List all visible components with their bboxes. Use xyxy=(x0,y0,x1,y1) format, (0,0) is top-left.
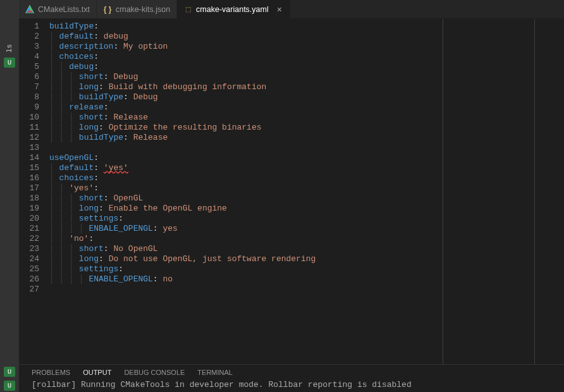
panel-tab-debug-console[interactable]: DEBUG CONSOLE xyxy=(124,369,185,376)
line-number: 22 xyxy=(19,234,49,244)
line-number: 7 xyxy=(19,82,49,92)
line-number: 24 xyxy=(19,254,49,264)
code-line[interactable]: │ choices: xyxy=(49,173,564,183)
code-line[interactable]: │ choices: xyxy=(49,52,564,62)
modified-indicator[interactable]: U xyxy=(4,58,15,68)
line-number: 5 xyxy=(19,62,49,72)
line-number: 2 xyxy=(19,32,49,42)
code-content[interactable]: buildType:│ default: debug│ description:… xyxy=(49,19,564,364)
panel-tab-terminal[interactable]: TERMINAL xyxy=(197,369,233,376)
code-line[interactable]: │ default: debug xyxy=(49,32,564,42)
bottom-panel: PROBLEMSOUTPUTDEBUG CONSOLETERMINAL [rol… xyxy=(19,364,564,392)
cmake-triangle-icon xyxy=(25,5,34,14)
tab-label: cmake-variants.yaml xyxy=(196,5,269,14)
line-number: 15 xyxy=(19,163,49,173)
code-line[interactable]: │ │ │ short: Debug xyxy=(49,72,564,82)
panel-tabs: PROBLEMSOUTPUTDEBUG CONSOLETERMINAL xyxy=(19,365,564,379)
line-number: 21 xyxy=(19,224,49,234)
tab-label: cmake-kits.json xyxy=(116,5,170,14)
code-line[interactable]: useOpenGL: xyxy=(49,153,564,163)
code-line[interactable]: │ │ │ │ ENBALE_OPENGL: yes xyxy=(49,224,564,234)
line-number: 1 xyxy=(19,21,49,32)
code-line[interactable]: │ │ │ │ ENABLE_OPENGL: no xyxy=(49,274,564,285)
line-number: 17 xyxy=(19,183,49,193)
code-line[interactable]: │ │ 'no': xyxy=(49,234,564,244)
line-number: 19 xyxy=(19,204,49,214)
tab-label: CMakeLists.txt xyxy=(38,5,90,14)
line-number: 8 xyxy=(19,92,49,102)
close-icon[interactable]: × xyxy=(275,5,284,14)
modified-indicator[interactable]: U xyxy=(4,381,15,391)
code-line[interactable]: │ default: 'yes' xyxy=(49,163,564,173)
line-number: 18 xyxy=(19,193,49,204)
sidebar-truncated-label: ls xyxy=(6,44,13,52)
code-line[interactable] xyxy=(49,285,564,295)
line-number: 6 xyxy=(19,72,49,82)
code-line[interactable]: │ │ │ long: Optimize the resulting binar… xyxy=(49,123,564,133)
line-number: 13 xyxy=(19,143,49,153)
code-line[interactable]: │ │ │ settings: xyxy=(49,214,564,224)
yaml-icon: ⬚ xyxy=(183,5,192,14)
line-number: 4 xyxy=(19,52,49,62)
line-number: 3 xyxy=(19,42,49,52)
code-line[interactable] xyxy=(49,143,564,153)
code-line[interactable]: │ │ │ short: OpenGL xyxy=(49,193,564,204)
editor-area[interactable]: 1234567891011121314151617181920212223242… xyxy=(19,19,564,364)
editor-tab[interactable]: ⬚cmake-variants.yaml× xyxy=(177,0,291,18)
code-line[interactable]: │ │ │ long: Do not use OpenGL, just soft… xyxy=(49,254,564,264)
line-number: 14 xyxy=(19,153,49,163)
modified-indicator[interactable]: U xyxy=(4,367,15,377)
line-number: 10 xyxy=(19,113,49,123)
json-braces-icon: { } xyxy=(103,5,112,14)
code-line[interactable]: buildType: xyxy=(49,21,564,32)
line-number: 11 xyxy=(19,123,49,133)
line-number-gutter: 1234567891011121314151617181920212223242… xyxy=(19,19,49,364)
code-line[interactable]: │ │ │ buildType: Debug xyxy=(49,92,564,102)
code-line[interactable]: │ │ │ settings: xyxy=(49,264,564,274)
editor-tab[interactable]: { }cmake-kits.json xyxy=(97,0,177,18)
line-number: 25 xyxy=(19,264,49,274)
output-content[interactable]: [rollbar] Running CMakeTools in develope… xyxy=(19,379,564,392)
code-line[interactable]: │ │ │ short: No OpenGL xyxy=(49,244,564,254)
code-line[interactable]: │ │ │ long: Build with debugging informa… xyxy=(49,82,564,92)
activity-bar: ls U U U xyxy=(0,0,19,392)
panel-tab-problems[interactable]: PROBLEMS xyxy=(32,369,70,376)
line-number: 23 xyxy=(19,244,49,254)
code-line[interactable]: │ │ │ short: Release xyxy=(49,113,564,123)
line-number: 26 xyxy=(19,274,49,285)
code-line[interactable]: │ │ │ long: Enable the OpenGL engine xyxy=(49,204,564,214)
code-line[interactable]: │ description: My option xyxy=(49,42,564,52)
line-number: 27 xyxy=(19,285,49,295)
code-line[interactable]: │ │ │ buildType: Release xyxy=(49,133,564,143)
code-line[interactable]: │ │ 'yes': xyxy=(49,183,564,193)
panel-tab-output[interactable]: OUTPUT xyxy=(83,369,111,376)
line-number: 12 xyxy=(19,133,49,143)
code-line[interactable]: │ │ release: xyxy=(49,102,564,113)
editor-tabs: CMakeLists.txt{ }cmake-kits.json⬚cmake-v… xyxy=(19,0,564,19)
line-number: 9 xyxy=(19,102,49,113)
line-number: 20 xyxy=(19,214,49,224)
line-number: 16 xyxy=(19,173,49,183)
code-line[interactable]: │ │ debug: xyxy=(49,62,564,72)
editor-tab[interactable]: CMakeLists.txt xyxy=(19,0,97,18)
